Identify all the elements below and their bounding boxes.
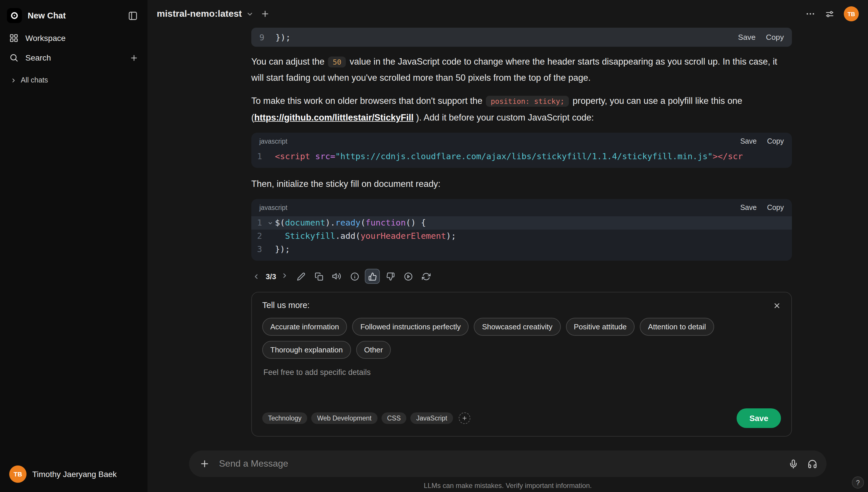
plus-icon — [200, 459, 210, 469]
code-token: }); — [275, 243, 290, 256]
play-circle-icon — [404, 272, 412, 280]
chat-controls-button[interactable] — [825, 9, 835, 19]
all-chats-section-toggle[interactable]: All chats — [0, 70, 148, 90]
feedback-card: Tell us more: Accurate informationFollow… — [251, 292, 792, 437]
previous-response-button[interactable] — [251, 271, 261, 281]
new-chat-label: New Chat — [28, 11, 66, 20]
message-controls: 3/3 — [251, 269, 792, 284]
code-content: 1<script src="https://cdnjs.cloudflare.c… — [251, 148, 792, 168]
code-token: src= — [315, 150, 336, 163]
good-response-button[interactable] — [365, 269, 380, 284]
continue-response-button[interactable] — [400, 269, 416, 284]
code-token: yourHeaderElement — [361, 229, 446, 243]
edit-response-button[interactable] — [293, 269, 308, 284]
feedback-option-chip[interactable]: Followed instructions perfectly — [352, 318, 469, 336]
new-chat-plus-button[interactable] — [259, 8, 271, 20]
inline-code: 50 — [328, 56, 346, 68]
clipboard-icon — [314, 272, 323, 280]
code-token: document — [285, 216, 325, 229]
code-token: "https://cdnjs.cloudflare.com/ajax/libs/… — [336, 150, 713, 163]
speaker-icon — [332, 272, 341, 281]
code-token — [310, 150, 315, 163]
chevron-right-icon — [10, 77, 17, 83]
code-token: ). — [325, 216, 336, 229]
plus-icon — [130, 53, 138, 62]
inline-code: position: sticky; — [486, 96, 569, 107]
code-save-button[interactable]: Save — [740, 204, 757, 212]
feedback-save-button[interactable]: Save — [737, 408, 781, 428]
user-name: Timothy Jaeryang Baek — [32, 469, 117, 479]
code-token: ready — [336, 216, 361, 229]
code-save-button[interactable]: Save — [740, 137, 757, 145]
message-input[interactable] — [218, 458, 782, 469]
new-chat-button[interactable]: New Chat — [7, 8, 66, 23]
code-line: 2 Stickyfill.add(yourHeaderElement); — [251, 229, 792, 243]
voice-input-button[interactable] — [788, 459, 798, 469]
read-aloud-button[interactable] — [329, 269, 344, 284]
profile-avatar[interactable]: TB — [844, 6, 859, 21]
code-line: 1<script src="https://cdnjs.cloudflare.c… — [251, 150, 792, 163]
feedback-close-button[interactable] — [772, 300, 782, 311]
feedback-tag[interactable]: JavaScript — [411, 412, 453, 424]
info-button[interactable] — [347, 269, 362, 284]
code-copy-button[interactable]: Copy — [767, 137, 784, 145]
line-number: 1 — [257, 216, 265, 229]
workspace-grid-icon — [9, 33, 19, 43]
chat-message: 9 }); Save Copy You can adjust the 50 va… — [251, 28, 792, 437]
code-text: }); — [275, 32, 290, 42]
feedback-tags: TechnologyWeb DevelopmentCSSJavaScript — [262, 412, 453, 424]
feedback-tag[interactable]: Web Development — [311, 412, 377, 424]
copy-response-button[interactable] — [311, 269, 326, 284]
next-response-button[interactable] — [281, 271, 290, 281]
topbar: mistral-nemo:latest TB — [148, 0, 868, 28]
sliders-icon — [825, 9, 835, 19]
feedback-tag[interactable]: CSS — [381, 412, 406, 424]
regenerate-button[interactable] — [418, 269, 433, 284]
code-token: ); — [446, 229, 456, 243]
code-language-label: javascript — [259, 204, 287, 211]
new-folder-button[interactable] — [130, 53, 138, 62]
code-language-label: javascript — [259, 138, 287, 145]
main-area: mistral-nemo:latest TB 9 }); — [148, 0, 868, 492]
plus-icon — [462, 415, 468, 421]
ellipsis-icon — [805, 9, 816, 19]
feedback-option-chip[interactable]: Showcased creativity — [474, 318, 560, 336]
feedback-option-chip[interactable]: Thorough explanation — [262, 341, 351, 359]
feedback-tag[interactable]: Technology — [262, 412, 307, 424]
code-copy-button[interactable]: Copy — [767, 204, 784, 212]
code-token: $( — [275, 216, 285, 229]
sidebar-item-search[interactable]: Search — [5, 48, 143, 67]
model-selector[interactable]: mistral-nemo:latest — [157, 9, 253, 19]
sidebar-toggle-icon[interactable] — [126, 9, 139, 22]
chevron-right-icon — [282, 273, 289, 280]
model-name: mistral-nemo:latest — [157, 9, 242, 19]
plus-icon — [260, 9, 269, 19]
feedback-option-chip[interactable]: Other — [356, 341, 391, 359]
user-menu[interactable]: TB Timothy Jaeryang Baek — [5, 461, 143, 487]
feedback-option-chip[interactable]: Positive attitude — [566, 318, 635, 336]
bad-response-button[interactable] — [383, 269, 398, 284]
info-icon — [350, 272, 359, 280]
search-label: Search — [25, 53, 51, 62]
fold-chevron-icon[interactable] — [265, 220, 275, 226]
headphones-icon — [808, 459, 817, 469]
more-options-button[interactable] — [805, 9, 816, 19]
help-button[interactable]: ? — [852, 476, 864, 489]
code-content: 1$(document).ready(function() {2 Stickyf… — [251, 214, 792, 261]
add-tag-button[interactable] — [459, 412, 470, 424]
mic-icon — [788, 459, 798, 469]
sidebar-item-workspace[interactable]: Workspace — [5, 29, 143, 47]
disclaimer-text: LLMs can make mistakes. Verify important… — [148, 482, 868, 490]
external-link[interactable]: https://github.com/littlestair/StickyFil… — [254, 112, 414, 122]
app-logo-icon — [7, 8, 22, 23]
composer-plus-button[interactable] — [198, 458, 211, 470]
code-block: javascript Save Copy 1$(document).ready(… — [251, 199, 792, 261]
code-copy-button[interactable]: Copy — [766, 33, 784, 42]
bottom-dock: LLMs can make mistakes. Verify important… — [148, 450, 868, 492]
feedback-details-input[interactable] — [262, 368, 781, 401]
code-token: ></scr — [713, 150, 743, 163]
feedback-option-chip[interactable]: Accurate information — [262, 318, 347, 336]
feedback-option-chip[interactable]: Attention to detail — [640, 318, 714, 336]
code-save-button[interactable]: Save — [738, 33, 756, 42]
call-button[interactable] — [808, 459, 817, 469]
